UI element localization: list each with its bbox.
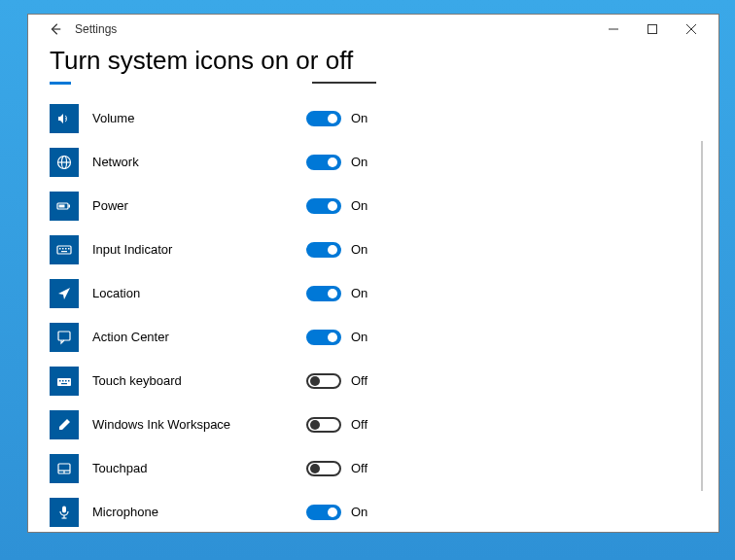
toggle-switch[interactable] (306, 111, 341, 126)
toggle-switch[interactable] (306, 461, 341, 476)
titlebar: Settings (28, 15, 718, 44)
row-action-center: Action CenterOn (50, 315, 697, 359)
row-microphone: MicrophoneOn (50, 490, 697, 532)
row-touch-keyboard: Touch keyboardOff (50, 359, 697, 402)
label-volume: Volume (92, 111, 306, 125)
toggle-microphone[interactable]: On (306, 505, 368, 520)
toggle-switch[interactable] (306, 330, 341, 345)
toggle-volume[interactable]: On (306, 111, 368, 126)
toggle-state-label: On (351, 111, 368, 125)
toggle-state-label: Off (351, 461, 368, 475)
toggle-state-label: On (351, 330, 368, 344)
row-windows-ink: Windows Ink WorkspaceOff (50, 402, 697, 446)
close-button[interactable] (672, 16, 711, 43)
toggle-state-label: On (351, 198, 368, 213)
label-touchpad: Touchpad (92, 461, 306, 475)
label-location: Location (92, 286, 306, 300)
row-power: PowerOn (50, 184, 697, 228)
toggle-state-label: On (351, 505, 368, 519)
toggle-touch-keyboard[interactable]: Off (306, 373, 368, 389)
toggle-state-label: Off (351, 373, 368, 388)
settings-window: Settings Turn system icons on or off Vol… (27, 14, 719, 533)
toggle-state-label: On (351, 155, 368, 169)
toggle-touchpad[interactable]: Off (306, 461, 368, 476)
toggle-state-label: On (351, 242, 368, 257)
toggle-input-indicator[interactable]: On (306, 242, 368, 258)
toggle-switch[interactable] (306, 242, 341, 258)
battery-icon (50, 192, 79, 221)
toggle-switch[interactable] (306, 155, 341, 170)
toggle-action-center[interactable]: On (306, 330, 368, 345)
minimize-button[interactable] (594, 16, 633, 43)
row-volume: VolumeOn (50, 96, 697, 140)
window-title: Settings (75, 22, 117, 36)
touchpad-icon (50, 454, 79, 483)
label-windows-ink: Windows Ink Workspace (92, 417, 306, 432)
label-touch-keyboard: Touch keyboard (92, 373, 306, 388)
row-location: LocationOn (50, 271, 697, 315)
svg-rect-27 (648, 25, 657, 34)
toggle-switch[interactable] (306, 286, 341, 301)
toggle-network[interactable]: On (306, 155, 368, 170)
label-input-indicator: Input Indicator (92, 242, 306, 257)
toggle-state-label: Off (351, 417, 368, 432)
row-input-indicator: Input IndicatorOn (50, 228, 697, 271)
keyboard-icon (50, 235, 79, 264)
row-touchpad: TouchpadOff (50, 446, 697, 490)
label-microphone: Microphone (92, 505, 306, 519)
toggle-switch[interactable] (306, 417, 341, 433)
toggle-windows-ink[interactable]: Off (306, 417, 368, 433)
globe-icon (50, 148, 79, 177)
ink-icon (50, 410, 79, 439)
toggle-switch[interactable] (306, 198, 341, 214)
label-power: Power (92, 198, 306, 213)
toggle-location[interactable]: On (306, 286, 368, 301)
back-button[interactable] (42, 16, 69, 43)
action-center-icon (50, 323, 79, 352)
touch-keyboard-icon (50, 367, 79, 396)
maximize-button[interactable] (633, 16, 672, 43)
settings-list: VolumeOnNetworkOnPowerOnInput IndicatorO… (50, 96, 697, 532)
volume-icon (50, 104, 79, 133)
content-area: Turn system icons on or off VolumeOnNetw… (28, 44, 718, 532)
toggle-power[interactable]: On (306, 198, 368, 214)
label-network: Network (92, 155, 306, 169)
microphone-icon (50, 498, 79, 527)
toggle-state-label: On (351, 286, 368, 300)
toggle-switch[interactable] (306, 505, 341, 520)
label-action-center: Action Center (92, 330, 306, 344)
location-icon (50, 279, 79, 308)
scrollbar[interactable] (701, 141, 703, 491)
page-title: Turn system icons on or off (50, 46, 697, 76)
row-network: NetworkOn (50, 140, 697, 184)
toggle-switch[interactable] (306, 373, 341, 389)
tab-indicator (50, 82, 697, 85)
